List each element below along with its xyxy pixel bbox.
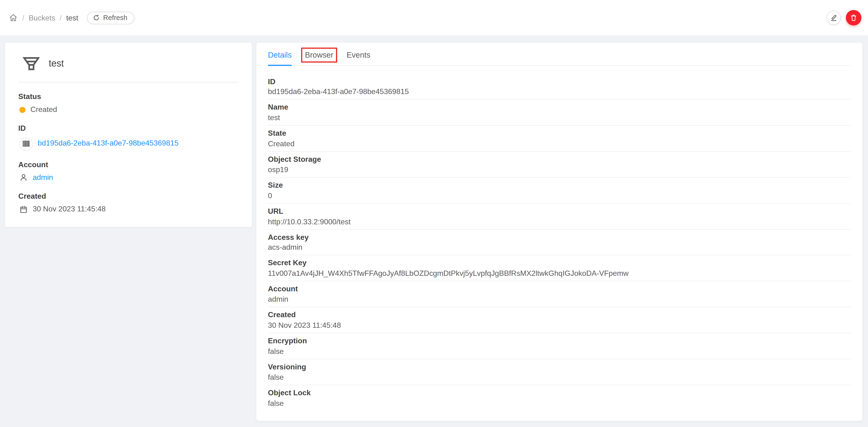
account-link[interactable]: admin bbox=[33, 173, 53, 182]
top-header: / Buckets / test Refresh bbox=[0, 0, 868, 35]
detail-row-url: URL http://10.0.33.2:9000/test bbox=[268, 204, 851, 230]
page-content: test Status Created ID bbox=[0, 35, 868, 427]
breadcrumb-separator: / bbox=[60, 13, 62, 22]
detail-label: Versioning bbox=[268, 363, 851, 371]
detail-row-id: ID bd195da6-2eba-413f-a0e7-98be45369815 bbox=[268, 74, 851, 100]
detail-label: Secret Key bbox=[268, 259, 851, 268]
detail-label: URL bbox=[268, 207, 851, 216]
account-label: Account bbox=[18, 160, 239, 169]
resource-title: test bbox=[49, 58, 64, 69]
account-section: Account admin bbox=[18, 160, 239, 182]
id-label: ID bbox=[18, 124, 239, 133]
detail-row-encryption: Encryption false bbox=[268, 333, 851, 359]
detail-label: Name bbox=[268, 103, 851, 112]
reload-icon bbox=[93, 14, 100, 21]
detail-value: admin bbox=[268, 295, 851, 304]
detail-row-object-storage: Object Storage osp19 bbox=[268, 152, 851, 178]
refresh-button[interactable]: Refresh bbox=[87, 11, 134, 24]
created-value: 30 Nov 2023 11:45:48 bbox=[33, 205, 105, 214]
created-label: Created bbox=[18, 192, 239, 201]
detail-value: http://10.0.33.2:9000/test bbox=[268, 217, 851, 226]
detail-row-size: Size 0 bbox=[268, 178, 851, 204]
detail-value: bd195da6-2eba-413f-a0e7-98be45369815 bbox=[268, 88, 851, 96]
resource-header: test bbox=[18, 55, 239, 72]
barcode-icon bbox=[19, 137, 33, 151]
detail-value: acs-admin bbox=[268, 243, 851, 252]
detail-label: Object Lock bbox=[268, 389, 851, 397]
detail-value: false bbox=[268, 373, 851, 382]
calendar-icon bbox=[19, 205, 28, 214]
created-section: Created 30 Nov 2023 11:45:48 bbox=[18, 192, 239, 214]
detail-label: Encryption bbox=[268, 336, 851, 345]
detail-value: 11v007a1Av4jJH_W4Xh5TfwFFAgoJyAf8LbOZDcg… bbox=[268, 269, 851, 278]
detail-label: State bbox=[268, 129, 851, 138]
detail-row-secret-key: Secret Key 11v007a1Av4jJH_W4Xh5TfwFFAgoJ… bbox=[268, 255, 851, 281]
tab-browser-label: Browser bbox=[305, 50, 333, 60]
tab-events[interactable]: Events bbox=[346, 47, 370, 65]
detail-value: Created bbox=[268, 140, 851, 148]
header-actions bbox=[827, 10, 861, 25]
detail-label: Access key bbox=[268, 233, 851, 242]
details-card: Details Browser Events ID bd195da6-2eba-… bbox=[256, 42, 862, 421]
tab-browser[interactable]: Browser bbox=[305, 47, 333, 65]
app-viewport: / Buckets / test Refresh bbox=[0, 0, 868, 427]
detail-row-access-key: Access key acs-admin bbox=[268, 230, 851, 255]
user-icon bbox=[19, 174, 28, 182]
breadcrumb-item-buckets[interactable]: Buckets bbox=[29, 13, 55, 22]
tab-bar: Details Browser Events bbox=[268, 47, 851, 66]
detail-row-created: Created 30 Nov 2023 11:45:48 bbox=[268, 307, 851, 333]
detail-value: 0 bbox=[268, 191, 851, 200]
detail-value: false bbox=[268, 347, 851, 356]
home-icon bbox=[9, 13, 18, 22]
detail-row-name: Name test bbox=[268, 100, 851, 126]
breadcrumb-separator: / bbox=[22, 13, 24, 22]
detail-value: test bbox=[268, 114, 851, 122]
detail-row-state: State Created bbox=[268, 126, 851, 152]
detail-row-account: Account admin bbox=[268, 281, 851, 307]
detail-value: 30 Nov 2023 11:45:48 bbox=[268, 321, 851, 330]
detail-value: false bbox=[268, 399, 851, 408]
breadcrumb-item-current: test bbox=[66, 13, 78, 22]
detail-label: Size bbox=[268, 181, 851, 190]
detail-row-object-lock: Object Lock false bbox=[268, 385, 851, 410]
status-label: Status bbox=[18, 92, 239, 101]
resource-summary-card: test Status Created ID bbox=[5, 42, 252, 227]
delete-icon bbox=[850, 14, 858, 22]
id-section: ID bd195da6-2eba-413f-a0e7-9 bbox=[18, 124, 239, 150]
resource-id-link[interactable]: bd195da6-2eba-413f-a0e7-98be45369815 bbox=[38, 139, 179, 148]
detail-row-versioning: Versioning false bbox=[268, 359, 851, 385]
bucket-funnel-icon bbox=[23, 55, 40, 72]
status-dot bbox=[19, 107, 25, 113]
detail-label: ID bbox=[268, 77, 851, 86]
home-breadcrumb-link[interactable] bbox=[9, 13, 18, 22]
summary-divider bbox=[18, 82, 239, 82]
edit-button[interactable] bbox=[827, 10, 841, 25]
tab-details[interactable]: Details bbox=[268, 47, 292, 65]
detail-value: osp19 bbox=[268, 165, 851, 174]
details-list: ID bd195da6-2eba-413f-a0e7-98be45369815 … bbox=[268, 66, 851, 410]
detail-label: Account bbox=[268, 285, 851, 294]
breadcrumb: / Buckets / test Refresh bbox=[9, 11, 135, 24]
detail-label: Object Storage bbox=[268, 155, 851, 164]
detail-label: Created bbox=[268, 311, 851, 319]
status-value: Created bbox=[31, 105, 57, 114]
refresh-label: Refresh bbox=[103, 14, 127, 22]
status-section: Status Created bbox=[18, 92, 239, 114]
edit-icon bbox=[830, 14, 838, 22]
delete-button[interactable] bbox=[846, 10, 861, 25]
